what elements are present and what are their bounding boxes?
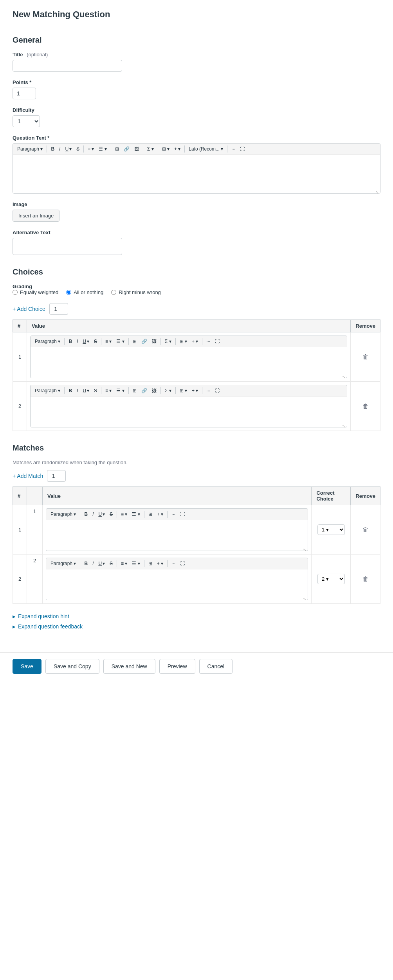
alt-text-input[interactable] <box>13 238 122 255</box>
m1-align-btn[interactable]: ≡ ▾ <box>119 510 129 518</box>
save-new-button[interactable]: Save and New <box>103 659 155 674</box>
m1-italic-btn[interactable]: I <box>90 510 96 518</box>
lato-btn[interactable]: ⊞ ▾ <box>160 145 171 153</box>
m2-bold-btn[interactable]: B <box>82 560 90 567</box>
m1-table-btn[interactable]: ⊞ <box>146 510 154 518</box>
c1-bold-btn[interactable]: B <box>67 337 74 345</box>
m2-more-btn[interactable]: ··· <box>169 560 177 567</box>
font-family-btn[interactable]: Lato (Recom... ▾ <box>187 145 225 153</box>
c1-img-btn[interactable]: 🖼 <box>150 337 159 345</box>
sigma-btn[interactable]: Σ ▾ <box>145 145 156 153</box>
m1-list-btn[interactable]: ☰ ▾ <box>130 510 142 518</box>
c2-link-btn[interactable]: 🔗 <box>139 387 149 395</box>
correct-choice-select-1[interactable]: 1 ▾ 2 <box>317 524 345 535</box>
match-1-content[interactable] <box>46 520 308 547</box>
table-btn[interactable]: ⊞ <box>113 145 121 153</box>
all-or-nothing-radio[interactable] <box>66 290 71 295</box>
fullscreen-btn[interactable]: ⛶ <box>238 145 247 153</box>
m2-underline-btn[interactable]: U ▾ <box>96 560 107 567</box>
expand-feedback-link[interactable]: ▶ Expand question feedback <box>13 623 380 630</box>
m1-strike-btn[interactable]: S <box>108 510 115 518</box>
c2-grid-btn[interactable]: ⊞ ▾ <box>178 387 189 395</box>
question-text-content[interactable] <box>13 155 380 190</box>
underline-btn[interactable]: U ▾ <box>63 145 74 153</box>
m1-plus-btn[interactable]: + ▾ <box>155 510 165 518</box>
c1-link-btn[interactable]: 🔗 <box>139 337 149 345</box>
match-2-delete-btn[interactable]: 🗑 <box>361 574 370 584</box>
c1-grid-btn[interactable]: ⊞ ▾ <box>178 337 189 345</box>
image-btn[interactable]: 🖼 <box>132 145 141 153</box>
bold-btn[interactable]: B <box>49 145 56 153</box>
choice-2-delete-btn[interactable]: 🗑 <box>361 401 370 411</box>
grading-right-minus-wrong[interactable]: Right minus wrong <box>111 289 161 295</box>
preview-button[interactable]: Preview <box>159 659 195 674</box>
c2-more-btn[interactable]: ··· <box>204 387 212 395</box>
match-count-input[interactable] <box>47 470 66 482</box>
m2-strike-btn[interactable]: S <box>108 560 115 567</box>
italic-btn[interactable]: I <box>57 145 62 153</box>
m1-fullscreen-btn[interactable]: ⛶ <box>178 510 187 518</box>
save-button[interactable]: Save <box>13 659 41 674</box>
c1-underline-btn[interactable]: U ▾ <box>81 337 91 345</box>
m2-list-btn[interactable]: ☰ ▾ <box>130 560 142 567</box>
grading-all-or-nothing[interactable]: All or nothing <box>66 289 103 295</box>
c1-align-btn[interactable]: ≡ ▾ <box>103 337 114 345</box>
c2-strike-btn[interactable]: S <box>92 387 99 395</box>
c2-paragraph-btn[interactable]: Paragraph ▾ <box>33 387 62 395</box>
choice-count-input[interactable] <box>49 303 68 315</box>
choice-2-content[interactable] <box>31 397 347 424</box>
link-btn[interactable]: 🔗 <box>122 145 132 153</box>
title-input[interactable] <box>13 60 122 72</box>
insert-image-btn[interactable]: Insert an Image <box>13 210 59 222</box>
align-btn[interactable]: ≡ ▾ <box>86 145 96 153</box>
list-btn[interactable]: ☰ ▾ <box>97 145 108 153</box>
add-choice-link[interactable]: + Add Choice <box>13 306 45 312</box>
m2-plus-btn[interactable]: + ▾ <box>155 560 165 567</box>
points-input[interactable] <box>13 88 36 99</box>
equally-weighted-radio[interactable] <box>13 290 18 295</box>
right-minus-wrong-radio[interactable] <box>111 290 116 295</box>
add-match-link[interactable]: + Add Match <box>13 473 43 479</box>
strikethrough-btn[interactable]: S <box>74 145 81 153</box>
c2-table-btn[interactable]: ⊞ <box>131 387 139 395</box>
m2-table-btn[interactable]: ⊞ <box>146 560 154 567</box>
cancel-button[interactable]: Cancel <box>199 659 233 674</box>
m1-bold-btn[interactable]: B <box>82 510 90 518</box>
grading-equally-weighted[interactable]: Equally weighted <box>13 289 58 295</box>
c2-img-btn[interactable]: 🖼 <box>150 387 159 395</box>
c2-italic-btn[interactable]: I <box>75 387 80 395</box>
c1-paragraph-btn[interactable]: Paragraph ▾ <box>33 337 62 345</box>
m1-paragraph-btn[interactable]: Paragraph ▾ <box>49 510 78 518</box>
save-copy-button[interactable]: Save and Copy <box>45 659 99 674</box>
m1-underline-btn[interactable]: U ▾ <box>96 510 107 518</box>
choice-1-content[interactable] <box>31 347 347 375</box>
m2-align-btn[interactable]: ≡ ▾ <box>119 560 129 567</box>
m2-fullscreen-btn[interactable]: ⛶ <box>178 560 187 567</box>
paragraph-btn[interactable]: Paragraph ▾ <box>15 145 45 153</box>
c2-plus-btn[interactable]: + ▾ <box>190 387 200 395</box>
difficulty-select[interactable]: 1 2 3 4 5 <box>13 115 40 127</box>
c2-align-btn[interactable]: ≡ ▾ <box>103 387 114 395</box>
c1-italic-btn[interactable]: I <box>75 337 80 345</box>
c2-underline-btn[interactable]: U ▾ <box>81 387 91 395</box>
m2-paragraph-btn[interactable]: Paragraph ▾ <box>49 560 78 567</box>
expand-hint-link[interactable]: ▶ Expand question hint <box>13 613 380 619</box>
more-btn[interactable]: ··· <box>229 145 237 153</box>
c2-list-btn[interactable]: ☰ ▾ <box>114 387 126 395</box>
c1-fullscreen-btn[interactable]: ⛶ <box>213 337 222 345</box>
c1-plus-btn[interactable]: + ▾ <box>190 337 200 345</box>
c1-strike-btn[interactable]: S <box>92 337 99 345</box>
correct-choice-select-2[interactable]: 1 2 ▾ <box>317 574 345 584</box>
c2-bold-btn[interactable]: B <box>67 387 74 395</box>
match-2-content[interactable] <box>46 569 308 597</box>
choice-1-delete-btn[interactable]: 🗑 <box>361 352 370 362</box>
plus-btn[interactable]: + ▾ <box>172 145 182 153</box>
m2-italic-btn[interactable]: I <box>90 560 96 567</box>
c2-fullscreen-btn[interactable]: ⛶ <box>213 387 222 395</box>
c1-more-btn[interactable]: ··· <box>204 337 212 345</box>
c1-sigma-btn[interactable]: Σ ▾ <box>163 337 173 345</box>
c2-sigma-btn[interactable]: Σ ▾ <box>163 387 173 395</box>
match-1-delete-btn[interactable]: 🗑 <box>361 525 370 535</box>
c1-table-btn[interactable]: ⊞ <box>131 337 139 345</box>
m1-more-btn[interactable]: ··· <box>169 510 177 518</box>
